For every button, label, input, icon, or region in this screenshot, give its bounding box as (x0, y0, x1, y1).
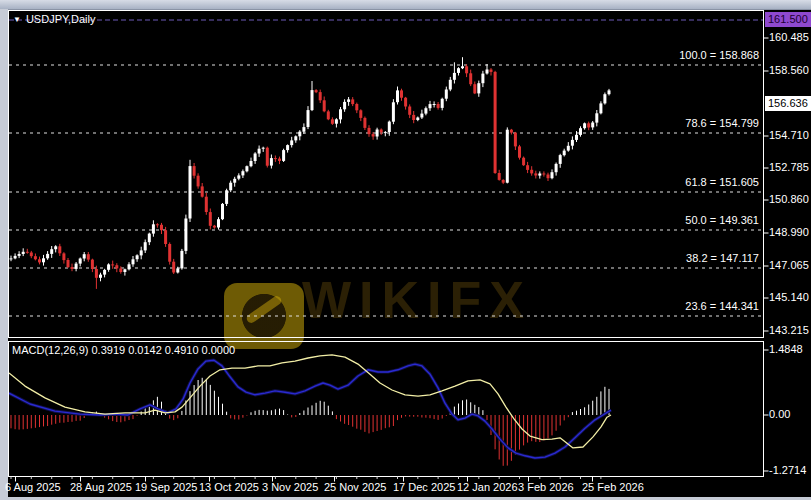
symbol-period-label: USDJPY,Daily (26, 13, 96, 25)
chart-plot-area[interactable] (0, 0, 811, 500)
terminal-window: WIKIFX ▼USDJPY,Daily MACD(12,26,9) 0.391… (0, 0, 811, 500)
chart-dropdown-icon[interactable]: ▼ (13, 15, 21, 24)
macd-indicator-label: MACD(12,26,9) 0.3919 0.0142 0.4910 0.000… (12, 344, 235, 356)
fibonacci-level-label: 50.0 = 149.361 (685, 214, 759, 227)
fibonacci-level-label: 23.6 = 144.341 (685, 300, 759, 313)
fibonacci-level-label: 78.6 = 154.799 (685, 117, 759, 130)
fibonacci-level-label: 38.2 = 147.117 (686, 252, 759, 265)
fibonacci-level-label: 100.0 = 158.868 (679, 49, 759, 62)
fibonacci-level-label: 61.8 = 151.605 (685, 176, 759, 189)
price-axis[interactable] (764, 10, 811, 477)
chart-title: ▼USDJPY,Daily (13, 13, 95, 25)
time-axis[interactable] (8, 477, 764, 497)
